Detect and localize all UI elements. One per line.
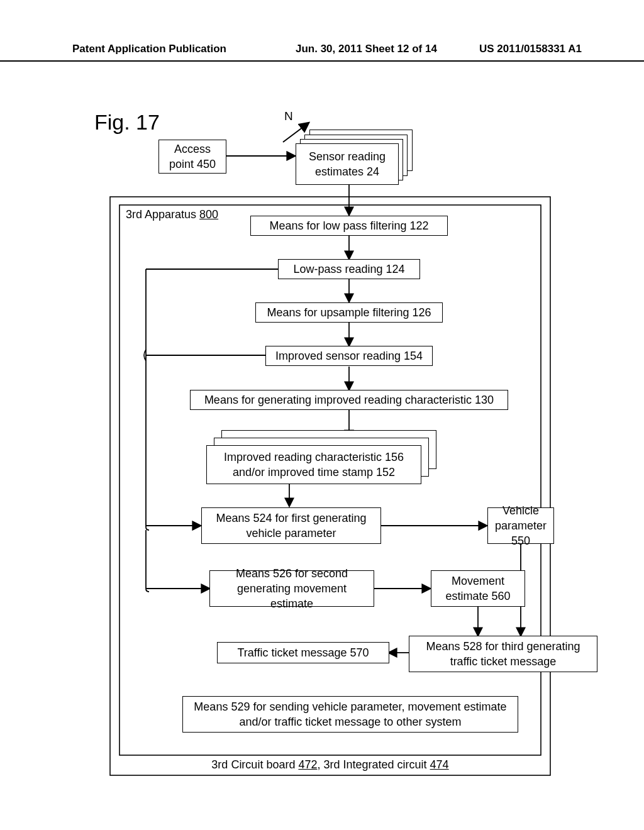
header-right: US 2011/0158331 A1 xyxy=(479,43,582,55)
apparatus-label: 3rd Apparatus 800 xyxy=(126,208,218,221)
svg-rect-0 xyxy=(110,197,550,775)
box-ticket-msg: Traffic ticket message 570 xyxy=(217,642,389,663)
apparatus-prefix: 3rd Apparatus xyxy=(126,208,199,221)
header-middle: Jun. 30, 2011 Sheet 12 of 14 xyxy=(296,43,437,55)
box-sensor-reading: Sensor reading estimates 24 xyxy=(296,143,399,185)
box-movement-est: Movement estimate 560 xyxy=(431,570,525,607)
figure-canvas: Fig. 17 N Access point 450 Sensor readin… xyxy=(0,62,644,829)
ic-num: 474 xyxy=(430,758,449,771)
cb-prefix: 3rd Circuit board xyxy=(211,758,298,771)
sep: , xyxy=(317,758,323,771)
box-irc: Improved reading characteristic 156 and/… xyxy=(206,445,421,484)
box-upsample: Means for upsample filtering 126 xyxy=(255,302,443,323)
box-access-point: Access point 450 xyxy=(158,140,226,174)
box-gen-irc: Means for generating improved reading ch… xyxy=(190,390,508,410)
box-lowpass-filter: Means for low pass filtering 122 xyxy=(250,216,448,236)
stack-sensor-reading: Sensor reading estimates 24 xyxy=(296,130,413,185)
stack-irc: Improved reading characteristic 156 and/… xyxy=(206,430,436,484)
ic-prefix: 3rd Integrated circuit xyxy=(323,758,430,771)
apparatus-num: 800 xyxy=(199,208,218,221)
n-label: N xyxy=(284,109,293,123)
box-improved-sr: Improved sensor reading 154 xyxy=(265,346,433,366)
page-header: Patent Application Publication Jun. 30, … xyxy=(0,0,644,62)
cb-num: 472 xyxy=(298,758,317,771)
box-means-529: Means 529 for sending vehicle parameter,… xyxy=(182,696,518,733)
box-lowpass-reading: Low-pass reading 124 xyxy=(278,259,420,279)
figure-number: Fig. 17 xyxy=(94,110,160,135)
box-vehicle-param: Vehicle parameter 550 xyxy=(487,507,554,544)
board-footer: 3rd Circuit board 472, 3rd Integrated ci… xyxy=(119,758,541,772)
header-left: Patent Application Publication xyxy=(72,43,226,55)
box-means-524: Means 524 for first generating vehicle p… xyxy=(201,507,381,544)
box-means-528: Means 528 for third generating traffic t… xyxy=(409,636,597,672)
box-means-526: Means 526 for second generating movement… xyxy=(209,570,374,607)
